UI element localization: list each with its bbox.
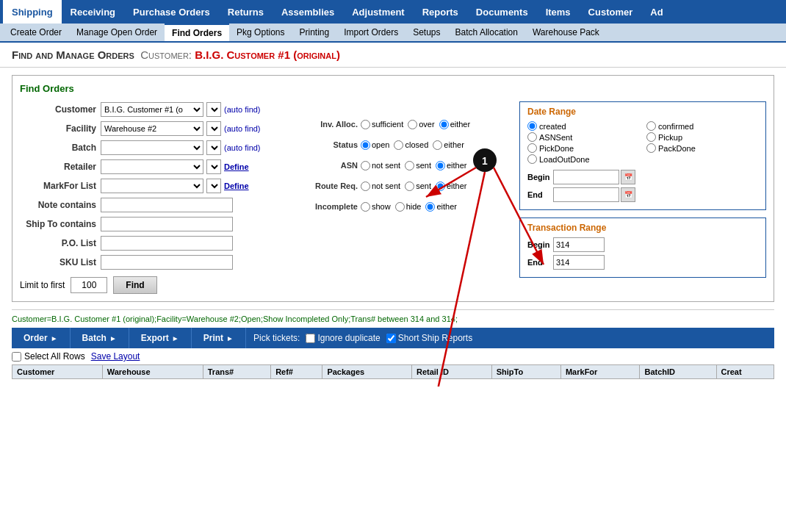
date-radio-pickup[interactable]: Pickup (646, 132, 758, 142)
date-radio-packdone-label: PackDone (658, 144, 696, 153)
date-range-box: Date Range created confirmed (519, 101, 766, 210)
sku-control-group (101, 255, 233, 270)
find-orders-section: Find Orders Customer B.I.G. Customer #1 … (12, 75, 774, 302)
date-radio-asnsent[interactable]: ASNSent (527, 132, 639, 142)
ignore-duplicate-checkbox[interactable] (306, 334, 315, 343)
date-end-input[interactable] (553, 187, 619, 202)
retailer-define[interactable]: Define (224, 162, 249, 171)
inv-alloc-over[interactable]: over (408, 120, 434, 129)
subnav-setups[interactable]: Setups (405, 24, 447, 41)
subnav-pkg-options[interactable]: Pkg Options (229, 24, 292, 41)
order-arrow-icon: ► (51, 334, 58, 342)
main-content: Find Orders Customer B.I.G. Customer #1 … (0, 68, 786, 387)
nav-returns[interactable]: Returns (219, 0, 273, 24)
subnav-create-order[interactable]: Create Order (3, 24, 69, 41)
facility-auto-find[interactable]: (auto find) (224, 124, 261, 133)
shipto-label: Ship To contains (20, 219, 101, 229)
inv-alloc-sufficient[interactable]: sufficient (361, 120, 403, 129)
save-layout-link[interactable]: Save Layout (91, 351, 140, 362)
short-ship-checkbox[interactable] (386, 334, 396, 343)
select-all-label[interactable]: Select All Rows (12, 351, 85, 362)
batch-button[interactable]: Batch ► (71, 328, 129, 348)
nav-customer[interactable]: Customer (580, 0, 642, 24)
date-radio-packdone[interactable]: PackDone (646, 143, 758, 153)
date-begin-calendar-icon[interactable]: 📅 (621, 170, 635, 184)
route-either[interactable]: either (436, 181, 467, 191)
date-end-calendar-icon[interactable]: 📅 (621, 187, 635, 202)
form-left: Customer B.I.G. Customer #1 (o (auto fin… (20, 101, 284, 294)
date-radio-created[interactable]: created (527, 121, 639, 131)
nav-shipping[interactable]: Shipping (3, 0, 62, 24)
subnav-warehouse-pack[interactable]: Warehouse Pack (525, 24, 607, 41)
batch-auto-find[interactable]: (auto find) (224, 143, 261, 152)
select-all-checkbox[interactable] (12, 352, 21, 362)
date-radio-confirmed[interactable]: confirmed (646, 121, 758, 131)
incomplete-hide[interactable]: hide (395, 202, 422, 212)
subnav-batch-allocation[interactable]: Batch Allocation (448, 24, 525, 41)
status-closed[interactable]: closed (394, 140, 428, 150)
date-end-row: End 📅 (527, 187, 758, 202)
markfor-select[interactable] (101, 179, 203, 193)
col-markfor: MarkFor (560, 365, 640, 379)
nav-documents[interactable]: Documents (467, 0, 537, 24)
trans-end-label: End (527, 258, 553, 267)
trans-begin-input[interactable] (553, 237, 605, 252)
batch-select[interactable] (101, 140, 203, 155)
incomplete-show[interactable]: show (361, 202, 391, 212)
subnav-printing[interactable]: Printing (292, 24, 336, 41)
export-button[interactable]: Export ► (129, 328, 192, 348)
date-radio-loadoutdone-label: LoadOutDone (539, 155, 590, 164)
facility-select[interactable]: Warehouse #2 (101, 121, 203, 136)
date-range-radios: created confirmed ASNSent (527, 121, 758, 164)
po-input[interactable] (101, 236, 233, 251)
customer-select-arrow[interactable] (206, 102, 221, 117)
status-either[interactable]: either (433, 140, 464, 150)
trans-end-input[interactable] (553, 255, 605, 270)
customer-auto-find[interactable]: (auto find) (224, 105, 261, 114)
incomplete-either[interactable]: either (425, 202, 457, 212)
nav-reports[interactable]: Reports (414, 0, 467, 24)
note-input[interactable] (101, 198, 233, 212)
subnav-find-orders[interactable]: Find Orders (165, 24, 229, 41)
date-begin-input[interactable] (553, 170, 619, 184)
inv-alloc-either[interactable]: either (439, 120, 471, 129)
route-req-label: Route Req. (299, 181, 358, 190)
limit-input[interactable] (71, 277, 107, 293)
nav-ad[interactable]: Ad (641, 0, 671, 24)
nav-assemblies[interactable]: Assemblies (273, 0, 343, 24)
subnav-import-orders[interactable]: Import Orders (336, 24, 405, 41)
retailer-select[interactable] (101, 159, 203, 174)
form-right: Date Range created confirmed (519, 101, 766, 294)
ignore-duplicate-label[interactable]: Ignore duplicate (306, 333, 380, 343)
date-radio-loadoutdone[interactable]: LoadOutDone (527, 154, 639, 164)
shipto-control-group (101, 217, 233, 231)
short-ship-label[interactable]: Short Ship Reports (386, 333, 472, 343)
markfor-select-arrow[interactable] (206, 179, 221, 193)
nav-purchase-orders[interactable]: Purchase Orders (124, 0, 219, 24)
route-sent[interactable]: sent (405, 181, 431, 191)
nav-adjustment[interactable]: Adjustment (343, 0, 414, 24)
po-control-group (101, 236, 233, 251)
retailer-select-arrow[interactable] (206, 159, 221, 174)
customer-select[interactable]: B.I.G. Customer #1 (o (101, 102, 203, 117)
date-radio-pickdone[interactable]: PickDone (527, 143, 639, 153)
markfor-define[interactable]: Define (224, 181, 249, 190)
asn-radios: not sent sent either (361, 161, 466, 170)
nav-receiving[interactable]: Receiving (62, 0, 124, 24)
asn-not-sent[interactable]: not sent (361, 161, 400, 170)
batch-select-arrow[interactable] (206, 140, 221, 155)
order-button[interactable]: Order ► (12, 328, 71, 348)
find-button[interactable]: Find (113, 276, 156, 294)
nav-items[interactable]: Items (537, 0, 580, 24)
print-button[interactable]: Print ► (192, 328, 246, 348)
facility-select-arrow[interactable] (206, 121, 221, 136)
sku-input[interactable] (101, 255, 233, 270)
asn-sent[interactable]: sent (405, 161, 431, 170)
print-label: Print (203, 333, 223, 343)
col-shipto: ShipTo (491, 365, 560, 379)
subnav-manage-open-order[interactable]: Manage Open Order (69, 24, 165, 41)
status-open[interactable]: open (361, 140, 389, 150)
asn-either[interactable]: either (436, 161, 467, 170)
shipto-input[interactable] (101, 217, 233, 231)
route-not-sent[interactable]: not sent (361, 181, 400, 191)
